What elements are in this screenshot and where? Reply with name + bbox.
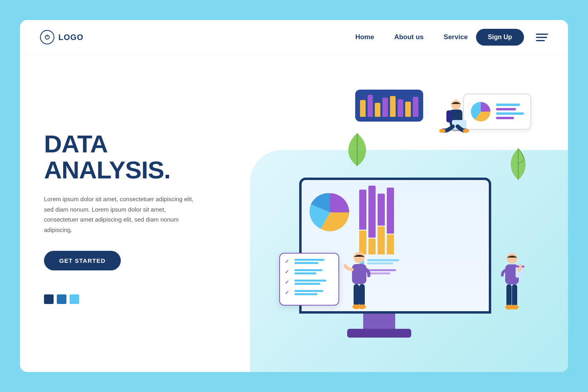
monitor-bar-chart (359, 190, 480, 258)
bar-7 (405, 102, 411, 117)
nav-home[interactable]: Home (355, 33, 374, 41)
navbar: LOGO Home About us Service Sign Up (20, 20, 568, 55)
decorative-dots (44, 294, 230, 304)
dot-3 (70, 294, 79, 304)
bar-group-1 (359, 190, 366, 254)
check-lines-4 (294, 290, 323, 295)
svg-rect-21 (506, 284, 512, 306)
svg-point-11 (354, 252, 365, 263)
signup-button[interactable]: Sign Up (476, 29, 524, 46)
svg-point-10 (463, 129, 469, 133)
logo-text: LOGO (58, 33, 84, 42)
pie-chart-icon (470, 100, 492, 123)
left-panel: DATA ANALYSIS. Lorem ipsum dolor sit ame… (20, 55, 250, 372)
page-card: LOGO Home About us Service Sign Up DATA … (20, 20, 568, 372)
svg-rect-12 (352, 264, 366, 284)
svg-point-4 (451, 100, 461, 110)
monitor-stand (363, 314, 395, 330)
check-item-2: ✓ (285, 269, 334, 275)
checkmark-2: ✓ (285, 269, 291, 275)
hero-description: Lorem ipsum dolor sit amet, consectetuer… (44, 194, 200, 235)
hamburger-menu[interactable] (536, 34, 548, 41)
leaf-right-icon (503, 146, 533, 182)
check-lines-3 (294, 280, 326, 285)
bar-8 (413, 97, 418, 117)
bar-purple-3 (378, 194, 385, 226)
monitor-bar-section (357, 186, 482, 305)
bar-6 (398, 99, 403, 117)
check-item-1: ✓ (285, 258, 334, 265)
top-bar-chart (355, 90, 423, 122)
person-right (497, 250, 527, 314)
checkmark-4: ✓ (285, 290, 291, 296)
check-item-3: ✓ (285, 279, 334, 286)
pie-line-2 (496, 108, 516, 110)
right-panel: ✓ ✓ ✓ (250, 55, 568, 372)
logo-icon (40, 30, 54, 44)
get-started-button[interactable]: GET STARTED (44, 251, 121, 270)
nav-about[interactable]: About us (394, 33, 424, 41)
main-heading: DATA ANALYSIS. (44, 131, 230, 183)
pie-line-3 (496, 112, 524, 115)
bar-1 (360, 100, 366, 117)
person-left (343, 250, 375, 314)
dot-1 (44, 294, 54, 304)
pie-chart-card (463, 94, 531, 130)
checklist-card: ✓ ✓ ✓ (279, 253, 339, 306)
nav-links: Home About us Service (355, 33, 468, 41)
svg-point-9 (439, 129, 446, 133)
nav-service[interactable]: Service (444, 33, 468, 41)
svg-point-17 (507, 253, 517, 264)
bar-purple-4 (387, 188, 394, 234)
circle-row-2 (359, 269, 480, 274)
monitor-circles-section (359, 259, 480, 274)
pie-line-1 (496, 104, 520, 106)
svg-rect-6 (446, 110, 452, 122)
svg-rect-13 (354, 284, 359, 306)
person-top (435, 98, 471, 150)
dot-2 (57, 294, 66, 304)
illustration: ✓ ✓ ✓ (267, 82, 539, 346)
bar-3 (375, 103, 380, 117)
bar-4 (382, 98, 388, 117)
bar-yellow-4 (387, 234, 394, 254)
svg-rect-14 (359, 284, 365, 306)
circle-row-1 (359, 259, 480, 264)
check-lines-1 (294, 259, 324, 264)
bar-group-2 (368, 186, 376, 254)
checkmark-3: ✓ (285, 279, 291, 286)
svg-rect-22 (512, 284, 517, 306)
main-content: DATA ANALYSIS. Lorem ipsum dolor sit ame… (20, 55, 568, 372)
logo-area: LOGO (40, 30, 84, 44)
pie-card-lines (496, 104, 524, 119)
bar-2 (368, 95, 373, 117)
svg-point-16 (358, 304, 366, 309)
checkmark-1: ✓ (285, 258, 291, 265)
svg-point-24 (511, 305, 519, 310)
bar-group-4 (387, 188, 394, 254)
bar-purple-1 (359, 190, 366, 230)
leaf-left-icon (341, 130, 373, 170)
monitor-pie-chart (308, 190, 352, 234)
check-item-4: ✓ (285, 290, 334, 296)
bar-purple-2 (368, 186, 376, 238)
monitor-base (347, 329, 411, 338)
bar-group-3 (378, 194, 385, 254)
bar-5 (390, 96, 396, 117)
pie-line-4 (496, 117, 514, 119)
check-lines-2 (294, 269, 322, 274)
bar-yellow-3 (378, 226, 385, 254)
